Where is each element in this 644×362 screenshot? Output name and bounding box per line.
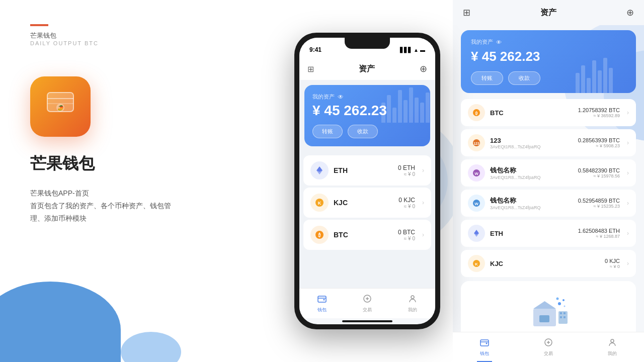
left-panel: 芒果钱包 DAILY OUTPUT BTC 🥭 芒果钱包 芒果钱包APP-首页 … [0, 0, 282, 362]
right-123-icon: 123 [468, 134, 485, 151]
phone-bottom-nav: 钱包 交易 我的 [299, 288, 435, 318]
nav-wallet-label: 钱包 [317, 307, 327, 313]
eye-icon[interactable]: 👁 [338, 94, 344, 101]
right-transfer-button[interactable]: 转账 [471, 71, 503, 85]
right-mine-nav-icon [608, 338, 617, 349]
svg-point-15 [411, 296, 414, 299]
asset-card: 我的资产 👁 ¥ 45 262.23 转账 收款 [304, 85, 430, 146]
right-nav-mine[interactable]: 我的 [580, 332, 644, 362]
eth-icon [310, 161, 329, 179]
right-coin-wallet2[interactable]: W 钱包名称 3AvEQt1R8...TsZ4fpaRQ 0.52954859 … [461, 190, 636, 217]
svg-marker-29 [533, 301, 556, 309]
asset-buttons: 转账 收款 [312, 125, 422, 138]
btc-arrow: › [422, 231, 424, 238]
right-header-add-icon[interactable]: ⊕ [626, 7, 634, 18]
svg-rect-40 [480, 340, 489, 346]
coin-item-btc[interactable]: ₿ BTC 0 BTC ≈ ¥ 0 › [303, 220, 431, 250]
app-title: 芒果钱包 [30, 153, 252, 175]
svg-point-31 [558, 302, 561, 305]
svg-text:K: K [318, 201, 321, 206]
svg-point-41 [486, 342, 488, 344]
svg-point-32 [562, 299, 565, 301]
right-kjc-icon: K [468, 255, 485, 272]
right-nav-wallet-label: 钱包 [480, 350, 489, 357]
right-header-grid-icon[interactable]: ⊞ [463, 7, 470, 18]
svg-point-43 [611, 339, 614, 342]
right-nav-wallet[interactable]: 钱包 [453, 332, 517, 362]
svg-rect-37 [564, 312, 566, 314]
right-coin-btc[interactable]: ₿ BTC 1.20758392 BTC ≈ ¥ 36592.89 › [461, 99, 636, 126]
create-wallet-illustration [523, 291, 574, 331]
decorative-blob-1 [0, 282, 121, 362]
transfer-button[interactable]: 转账 [312, 125, 343, 138]
app-description: 芒果钱包APP-首页 首页包含了我的资产、各个币种资产、钱包管 理、添加币种模块 [30, 187, 252, 225]
coin-item-kjc[interactable]: K KJC 0 KJC ≈ ¥ 0 › [303, 188, 431, 218]
right-btc-info: BTC [490, 109, 573, 117]
phone-header: ⊞ 资产 ⊕ [299, 58, 435, 80]
create-wallet-box: 请先创建或导入ETH钱包 创建 导入 [461, 281, 636, 332]
right-123-info: 123 3AvEQt1R8...TsZ4fpaRQ [490, 137, 573, 149]
svg-text:123: 123 [473, 142, 479, 145]
svg-rect-12 [318, 296, 326, 302]
wallet-nav-icon [317, 294, 327, 306]
phone-notch [345, 38, 390, 49]
right-wallet1-arrow: › [627, 169, 629, 176]
receive-button[interactable]: 收款 [348, 125, 378, 138]
right-wallet2-balance: 0.52954859 BTC ≈ ¥ 15235.23 [578, 198, 620, 209]
right-coin-123[interactable]: 123 123 3AvEQt1R8...TsZ4fpaRQ 0.28563939… [461, 129, 636, 156]
phone-screen: 9:41 ▋▋▋ ▲ ▬ ⊞ 资产 ⊕ [299, 38, 435, 324]
btc-balance: 0 BTC ≈ ¥ 0 [398, 229, 415, 241]
right-eye-icon[interactable]: 👁 [496, 39, 502, 45]
eth-arrow: › [422, 167, 424, 174]
mine-nav-icon [408, 294, 417, 306]
phone-content: 我的资产 👁 ¥ 45 262.23 转账 收款 ETH [299, 80, 435, 288]
right-header-title: 资产 [540, 8, 556, 18]
coin-list: ETH 0 ETH ≈ ¥ 0 › K KJC 0 KJC [299, 151, 435, 254]
transaction-nav-icon [363, 294, 372, 306]
nav-mine-label: 我的 [408, 307, 417, 313]
right-coin-wallet1[interactable]: W 钱包名称 3AvEQt1R8...TsZ4fpaRQ 0.58482390 … [461, 159, 636, 187]
right-wallet2-icon: W [468, 195, 485, 212]
nav-transaction[interactable]: 交易 [345, 289, 390, 318]
svg-point-13 [324, 299, 325, 300]
right-wallet-nav-icon [480, 338, 489, 349]
right-wallet2-info: 钱包名称 3AvEQt1R8...TsZ4fpaRQ [490, 196, 573, 210]
brand-subtitle: DAILY OUTPUT BTC [30, 40, 252, 46]
phone-header-title: 资产 [359, 64, 375, 74]
eth-balance: 0 ETH ≈ ¥ 0 [398, 164, 415, 177]
right-asset-card-bg [576, 30, 636, 93]
nav-transaction-label: 交易 [363, 307, 372, 313]
right-receive-button[interactable]: 收款 [508, 71, 540, 85]
svg-rect-39 [564, 316, 566, 318]
right-eth-balance: 1.62508483 ETH ≈ ¥ 1268.87 [578, 228, 620, 239]
header-grid-icon[interactable]: ⊞ [307, 64, 314, 74]
nav-mine[interactable]: 我的 [390, 289, 435, 318]
phone-frame: 9:41 ▋▋▋ ▲ ▬ ⊞ 资产 ⊕ [294, 33, 440, 329]
right-btc-icon: ₿ [468, 104, 485, 121]
svg-text:🥭: 🥭 [57, 105, 64, 111]
phone-mockup: 9:41 ▋▋▋ ▲ ▬ ⊞ 资产 ⊕ [282, 0, 453, 362]
right-wallet1-info: 钱包名称 3AvEQt1R8...TsZ4fpaRQ [490, 166, 573, 180]
home-indicator [342, 320, 392, 322]
right-nav-transaction-label: 交易 [544, 350, 553, 357]
status-time: 9:41 [309, 46, 321, 53]
right-coin-eth[interactable]: ETH 1.62508483 ETH ≈ ¥ 1268.87 › [461, 220, 636, 247]
right-kjc-arrow: › [627, 260, 629, 267]
right-wallet1-icon: W [468, 164, 485, 182]
svg-text:W: W [474, 171, 478, 176]
brand-name: 芒果钱包 [30, 31, 252, 40]
right-btc-balance: 1.20758392 BTC ≈ ¥ 36592.89 [578, 107, 620, 118]
nav-wallet[interactable]: 钱包 [299, 289, 345, 318]
right-transaction-nav-icon [544, 338, 553, 349]
coin-item-eth[interactable]: ETH 0 ETH ≈ ¥ 0 › [303, 155, 431, 186]
right-nav-mine-label: 我的 [608, 350, 617, 357]
status-icons: ▋▋▋ ▲ ▬ [400, 47, 425, 53]
right-header: ⊞ 资产 ⊕ [453, 0, 644, 25]
right-kjc-info: KJC [490, 260, 600, 267]
eth-name: ETH [334, 166, 393, 174]
right-coin-kjc[interactable]: K KJC 0 KJC ≈ ¥ 0 › [461, 250, 636, 277]
right-wallet2-arrow: › [627, 200, 629, 207]
svg-rect-30 [539, 315, 549, 322]
right-nav-transaction[interactable]: 交易 [517, 332, 581, 362]
header-add-icon[interactable]: ⊕ [420, 63, 427, 74]
